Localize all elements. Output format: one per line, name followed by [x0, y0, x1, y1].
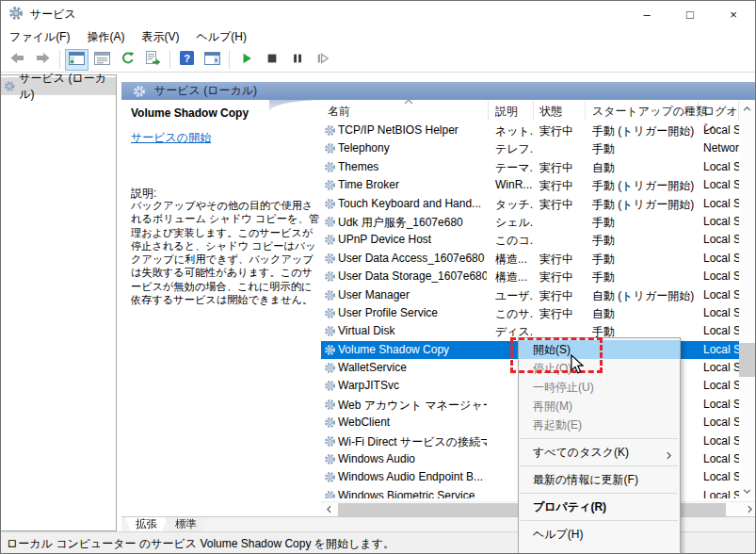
service-logon-cell: Local S [703, 160, 739, 173]
service-logon-cell: Local S [703, 252, 739, 265]
service-row[interactable]: Themes テーマ... 実行中 自動 Local S [321, 158, 739, 176]
service-logon-cell: Local S [703, 269, 739, 283]
service-row[interactable]: User Profile Service このサ... 実行中 自動 Local… [321, 304, 739, 322]
menu-file[interactable]: ファイル(F) [1, 27, 78, 47]
service-name-cell: User Data Access_1607e680 [338, 252, 487, 265]
service-logon-cell: Local S [703, 416, 739, 429]
service-startup-cell: 手動 (トリガー開始) [592, 197, 698, 213]
service-logon-cell: Local S [703, 398, 739, 411]
context-menu-item-help[interactable]: ヘルプ(H) [519, 525, 680, 544]
context-menu-item-properties[interactable]: プロパティ(R) [519, 497, 680, 516]
service-row[interactable]: User Manager ユーザ... 実行中 自動 (トリガー開始) Loca… [321, 286, 739, 304]
window-title: サービス [30, 7, 76, 23]
service-logon-cell: Local S [703, 123, 739, 137]
service-row[interactable]: Telephony テレフ... 手動 Networ [321, 139, 739, 157]
service-logon-cell: Local S [703, 452, 739, 465]
service-logon-cell: Networ [703, 141, 739, 155]
context-menu-item-refresh[interactable]: 最新の情報に更新(F) [519, 470, 680, 489]
service-logon-cell: Local S [703, 434, 739, 448]
gear-icon [324, 253, 336, 268]
forward-button[interactable] [31, 49, 55, 71]
service-description-cell: このサ... [495, 306, 533, 322]
service-name-cell: TCP/IP NetBIOS Helper [338, 123, 487, 137]
menu-action[interactable]: 操作(A) [78, 27, 133, 47]
column-header-description[interactable]: 説明 [495, 104, 518, 120]
gear-icon [324, 435, 336, 450]
tree-item-services-local[interactable]: サービス (ローカル) [1, 77, 116, 95]
export-list-button[interactable] [141, 49, 165, 71]
services-gear-icon [8, 6, 24, 24]
refresh-button[interactable] [116, 49, 139, 71]
column-divider[interactable] [488, 101, 489, 121]
column-header-name[interactable]: 名前 [328, 104, 350, 120]
tab-standard[interactable]: 標準 [165, 517, 207, 531]
pause-service-button[interactable] [285, 49, 309, 71]
scroll-down-icon[interactable] [739, 483, 755, 498]
menu-help[interactable]: ヘルプ(H) [187, 27, 255, 47]
service-row[interactable]: User Data Storage_1607e680 構造... 実行中 手動 … [321, 268, 739, 285]
service-logon-cell: Local S [703, 215, 739, 228]
stop-service-button[interactable] [260, 49, 283, 71]
gear-icon [324, 490, 336, 498]
properties-button[interactable] [90, 49, 114, 71]
column-divider[interactable] [533, 101, 534, 121]
service-description-cell: ユーザ... [495, 288, 533, 304]
services-window: サービス – □ × ファイル(F)操作(A)表示(V)ヘルプ(H) ? サービ… [0, 0, 756, 554]
restart-service-button[interactable] [311, 49, 334, 71]
scroll-up-icon[interactable] [739, 101, 755, 116]
column-header-startup-type[interactable]: スタートアップの種類 [592, 104, 707, 120]
scroll-right-icon[interactable] [742, 502, 756, 516]
service-row[interactable]: UPnP Device Host このコ... 手動 Local S [321, 231, 739, 249]
service-row[interactable]: Udk 用户服务_1607e680 シェル... 手動 Local S [321, 213, 739, 231]
start-service-button[interactable] [234, 49, 258, 71]
column-divider[interactable] [585, 101, 586, 121]
service-startup-cell: 手動 (トリガー開始) [592, 123, 698, 139]
service-logon-cell: Local S [703, 470, 739, 483]
service-status-cell: 実行中 [539, 252, 585, 268]
service-name-cell: Wi-Fi Direct サービスの接続マ... [338, 434, 487, 450]
service-status-cell: 実行中 [539, 123, 585, 139]
show-tree-button[interactable] [65, 49, 88, 71]
tab-extended[interactable]: 拡張 [125, 517, 168, 531]
gear-icon [324, 325, 336, 340]
properties-icon [94, 52, 110, 68]
service-row[interactable]: User Data Access_1607e680 構造... 実行中 手動 L… [321, 250, 739, 268]
svg-text:?: ? [184, 53, 190, 64]
service-row[interactable]: Time Broker WinR... 実行中 手動 (トリガー開始) Loca… [321, 176, 739, 194]
gear-icon [324, 234, 336, 249]
context-menu-item-pause: 一時停止(U) [519, 378, 680, 397]
gear-icon [324, 270, 336, 285]
help-button[interactable]: ? [175, 49, 199, 71]
maximize-button[interactable]: □ [668, 1, 712, 27]
vertical-scroll-thumb[interactable] [739, 343, 755, 377]
service-row[interactable]: TCP/IP NetBIOS Helper ネット... 実行中 手動 (トリガ… [321, 122, 739, 139]
action-pane-button[interactable] [201, 49, 224, 71]
start-service-link[interactable]: サービスの開始 [131, 130, 211, 146]
sort-ascending-icon [404, 94, 413, 107]
context-menu-item-restart: 再起動(E) [519, 416, 680, 434]
toolbar-separator-1 [59, 50, 60, 69]
menu-separator [521, 493, 678, 494]
close-button[interactable]: × [712, 1, 755, 27]
menu-view[interactable]: 表示(V) [133, 27, 187, 47]
service-name-cell: Udk 用户服务_1607e680 [338, 215, 487, 231]
vertical-scrollbar[interactable] [739, 101, 755, 498]
back-button[interactable] [6, 49, 29, 71]
service-startup-cell: 自動 (トリガー開始) [592, 288, 698, 304]
pane-header: サービス (ローカル) [121, 82, 756, 100]
service-description-cell: タッチ... [495, 197, 533, 213]
scroll-left-icon[interactable] [321, 502, 336, 516]
column-header-status[interactable]: 状態 [539, 104, 562, 120]
service-name-cell: WalletService [338, 361, 487, 374]
service-name-cell: User Profile Service [338, 306, 487, 319]
gear-icon [324, 179, 336, 194]
pane-header-label: サービス (ローカル) [154, 83, 257, 99]
minimize-button[interactable]: – [625, 1, 668, 27]
service-row[interactable]: Touch Keyboard and Hand... タッチ... 実行中 手動… [321, 195, 739, 213]
service-status-cell: 実行中 [539, 197, 585, 213]
back-icon [9, 51, 25, 68]
gear-icon [324, 161, 336, 176]
refresh-icon [121, 51, 136, 69]
gear-icon [324, 216, 336, 231]
context-menu-item-all-tasks[interactable]: すべてのタスク(K) [519, 443, 680, 462]
